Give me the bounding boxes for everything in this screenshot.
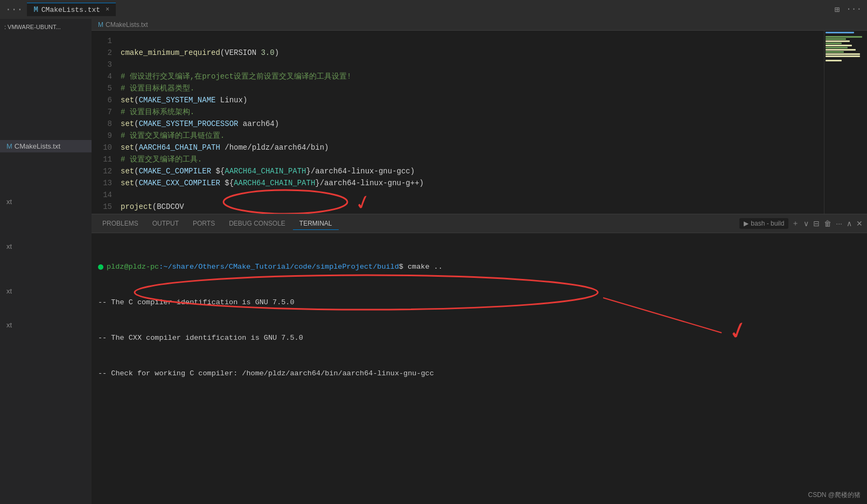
more-options-icon[interactable]: ··· (5, 4, 23, 15)
more-terminal-icon[interactable]: ··· (836, 219, 842, 228)
prompt-line: pldz@pldz-pc:~/share/Others/CMake_Tutori… (98, 261, 861, 273)
terminal-icons: ＋ ∨ ⊟ 🗑 ··· ∧ ✕ (792, 219, 863, 228)
sidebar-item-1[interactable]: xt (0, 195, 92, 208)
status-dot (98, 264, 103, 270)
code-content: 1 2 3 4 5 6 7 8 9 10 11 12 13 14 15 cmak… (92, 31, 867, 214)
tab-problems[interactable]: PROBLEMS (96, 218, 145, 230)
prompt-user: pldz@pldz-pc (107, 261, 159, 273)
prompt-dollar: $ (399, 261, 403, 273)
terminal-output-line-3: -- Check for working C compiler: /home/p… (98, 368, 861, 380)
split-editor-icon[interactable]: ⊞ (835, 4, 840, 15)
code-lines: cmake_minimum_required(VERSION 3.0) # 假设… (118, 31, 824, 214)
breadcrumb: M CMakeLists.txt (92, 19, 867, 31)
sidebar-file-icon: M (6, 142, 12, 150)
terminal-tab-right: ▶ bash - build ＋ ∨ ⊟ 🗑 ··· ∧ ✕ (739, 218, 863, 229)
title-bar: ··· M CMakeLists.txt × ⊞ ··· (0, 0, 867, 19)
sidebar-item-cmakefile[interactable]: M CMakeLists.txt (0, 140, 92, 152)
minimap (824, 31, 867, 214)
prompt-command: cmake .. (403, 261, 443, 273)
tab-close-icon[interactable]: × (106, 6, 109, 13)
tab-file-icon: M (33, 5, 38, 14)
add-terminal-icon[interactable]: ＋ (792, 219, 799, 228)
main-layout: : VMWARE-UBUNT... M CMakeLists.txt xt xt… (0, 19, 867, 504)
sidebar-item-2[interactable]: xt (0, 240, 92, 253)
sidebar: : VMWARE-UBUNT... M CMakeLists.txt xt xt… (0, 19, 92, 504)
chevron-down-icon[interactable]: ∨ (803, 219, 809, 228)
terminal-output-line-2: -- The CXX compiler identification is GN… (98, 332, 861, 344)
more-actions-icon[interactable]: ··· (846, 4, 862, 15)
editor-area: M CMakeLists.txt 1 2 3 4 5 6 7 8 9 10 11… (92, 19, 867, 504)
terminal-output-line-1: -- The C compiler identification is GNU … (98, 297, 861, 309)
terminal-annotation-overlay: ✓ (92, 233, 867, 386)
prompt-path: :~/share/Others/CMake_Tutorial/code/simp… (159, 261, 399, 273)
sidebar-text-3: xt (6, 287, 12, 295)
breadcrumb-icon: M (98, 21, 103, 29)
editor-tab[interactable]: M CMakeLists.txt × (27, 3, 116, 16)
sidebar-title: : VMWARE-UBUNT... (0, 22, 92, 32)
sidebar-item-3[interactable]: xt (0, 285, 92, 297)
terminal-tabs: PROBLEMS OUTPUT PORTS DEBUG CONSOLE TERM… (92, 214, 867, 233)
split-terminal-icon[interactable]: ⊟ (813, 219, 820, 228)
code-editor[interactable]: 1 2 3 4 5 6 7 8 9 10 11 12 13 14 15 cmak… (92, 31, 867, 214)
terminal-active-name: ▶ bash - build (739, 218, 788, 229)
tab-debug-console[interactable]: DEBUG CONSOLE (222, 218, 292, 230)
trash-icon[interactable]: 🗑 (824, 219, 831, 228)
sidebar-text-1: xt (6, 198, 12, 206)
terminal-panel: PROBLEMS OUTPUT PORTS DEBUG CONSOLE TERM… (92, 214, 867, 386)
line-numbers: 1 2 3 4 5 6 7 8 9 10 11 12 13 14 15 (92, 31, 118, 214)
tab-label: CMakeLists.txt (41, 6, 100, 14)
breadcrumb-label: CMakeLists.txt (106, 21, 148, 29)
sidebar-item-4[interactable]: xt (0, 319, 92, 331)
tab-terminal[interactable]: TERMINAL (293, 218, 339, 230)
terminal-name-label: bash - build (751, 220, 784, 227)
tab-output[interactable]: OUTPUT (146, 218, 185, 230)
watermark: CSDN @爬楼的猪 (808, 491, 861, 500)
maximize-terminal-icon[interactable]: ∧ (847, 219, 852, 228)
close-terminal-icon[interactable]: ✕ (856, 219, 863, 228)
sidebar-text-4: xt (6, 321, 12, 329)
sidebar-text-2: xt (6, 242, 12, 250)
terminal-content[interactable]: pldz@pldz-pc:~/share/Others/CMake_Tutori… (92, 233, 867, 386)
sidebar-file-label: CMakeLists.txt (15, 142, 60, 150)
terminal-prompt-icon: ▶ (744, 220, 749, 227)
tab-ports[interactable]: PORTS (186, 218, 221, 230)
title-bar-right: ⊞ ··· (835, 4, 862, 15)
